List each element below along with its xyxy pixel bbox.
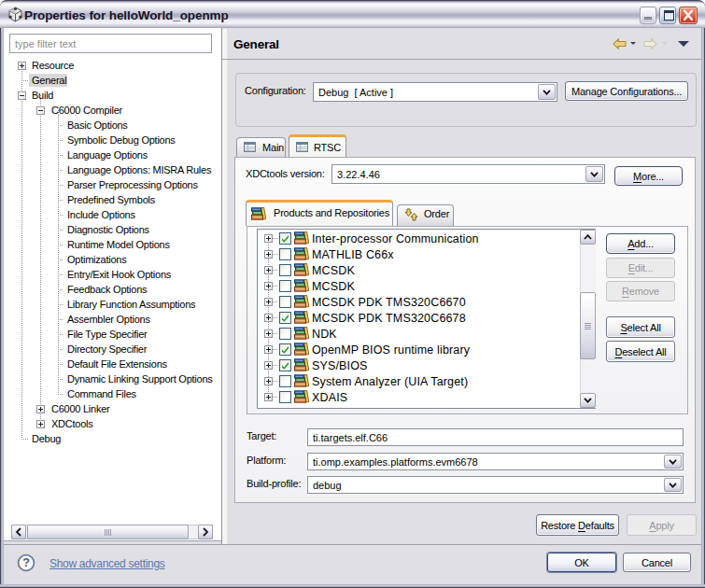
svg-text:?: ?	[22, 556, 30, 569]
